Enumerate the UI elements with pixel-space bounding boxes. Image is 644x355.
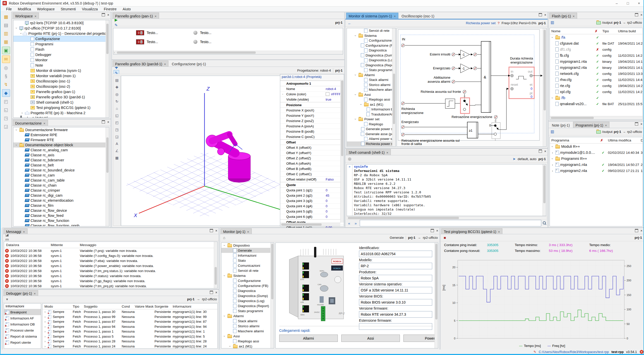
monitor-tree-item[interactable]: Maschere allarmi bbox=[221, 329, 274, 334]
message-row[interactable]: 10/03/2022 10:36:58 sysm-1 Variabile (?.… bbox=[4, 258, 217, 263]
menu-item[interactable]: File bbox=[3, 7, 15, 12]
field-value[interactable]: RP-2 bbox=[359, 263, 432, 269]
3d-tool-icon[interactable]: ◲ bbox=[114, 134, 120, 139]
3d-tool-icon[interactable]: ∠ bbox=[114, 148, 120, 154]
tab-close-icon[interactable]: × bbox=[164, 62, 166, 66]
tab-pannello-grafico[interactable]: Pannello grafico (pan-1)× bbox=[113, 13, 159, 19]
property-row[interactable]: Quota joint 6 (qj6) 0 bbox=[280, 214, 344, 219]
tab-close-icon[interactable]: × bbox=[154, 14, 157, 18]
left-toolbar-icon[interactable]: ◳ bbox=[2, 115, 10, 122]
column-header[interactable]: Programma bbox=[550, 138, 600, 142]
flash-file-row[interactable]: qmakeall-vs20... file BAT 25/11/2021 15:… bbox=[550, 101, 642, 107]
sysmon-tree-item[interactable]: Diagnostica bbox=[347, 48, 396, 53]
close-panel-icon[interactable]: × bbox=[215, 291, 217, 294]
expander-icon[interactable] bbox=[223, 314, 226, 318]
monitor-tree-item[interactable]: Storico allarmi bbox=[221, 323, 274, 329]
program-row[interactable]: Programmi R++ bbox=[550, 156, 642, 162]
workspace-tree-item[interactable]: Monitor bbox=[13, 57, 109, 63]
message-row[interactable]: 10/03/2022 10:36:58 sysm-1 Variabile (?.… bbox=[4, 283, 217, 288]
close-panel-icon[interactable]: × bbox=[640, 14, 642, 16]
sysmon-tree-item[interactable]: Informazioni b... bbox=[347, 107, 396, 112]
debugger-info-item[interactable]: Informazioni OB bbox=[4, 321, 41, 327]
minimize-button[interactable]: – bbox=[611, 0, 622, 6]
monitor-tree-item[interactable]: Stato bbox=[221, 258, 274, 263]
toolbar-icon[interactable]: ← bbox=[347, 20, 352, 26]
sysmon-tree-item[interactable]: Configurazione (FB) bbox=[347, 43, 396, 48]
scrollbar[interactable] bbox=[214, 242, 217, 288]
3d-tool-icon[interactable]: ✚ bbox=[114, 84, 120, 90]
expander-icon[interactable] bbox=[551, 163, 554, 167]
property-row[interactable]: Quota joint 3 (qj3) 0 bbox=[280, 198, 344, 203]
current-page-link[interactable]: Richiesta power set bbox=[466, 21, 496, 25]
flash-file-row[interactable]: /fa bbox=[550, 34, 642, 40]
debugger-info-item[interactable]: Breakpoint bbox=[4, 309, 41, 315]
close-panel-icon[interactable]: × bbox=[436, 229, 438, 232]
toolbar-icon[interactable]: ▥ bbox=[550, 20, 554, 25]
column-header[interactable]: Ultima modifica bbox=[608, 138, 641, 142]
breakpoint-row[interactable]: Sempre Fetch Processo 1, passo 1 Nessuna… bbox=[42, 329, 217, 334]
lamp-widget[interactable] bbox=[193, 31, 197, 35]
toolbar-icon[interactable]: ↻ bbox=[550, 25, 554, 26]
field-value[interactable]: AS1018.002-A062754 bbox=[359, 251, 432, 257]
toolbar-icon[interactable]: ▥ bbox=[550, 129, 554, 134]
property-row[interactable]: Offset X (offsetX) bbox=[280, 145, 344, 150]
scrollbar[interactable] bbox=[280, 223, 340, 226]
3d-tool-icon[interactable]: ◱ bbox=[114, 113, 120, 118]
toolbar-icon[interactable]: ■ bbox=[442, 235, 447, 240]
property-row[interactable]: Antropomorfo 1 bbox=[280, 81, 344, 86]
sysmon-tree-item[interactable]: Configurazione bbox=[347, 38, 396, 43]
quick-link-button[interactable]: Power set bbox=[403, 335, 438, 342]
3d-tool-icon[interactable]: ↻ bbox=[114, 99, 120, 104]
workspace-tree-item[interactable]: Shell comandi (shell-1) bbox=[13, 100, 109, 105]
breakpoint-row[interactable]: Sempre Fetch Processo 1, passo 28 Nessun… bbox=[42, 339, 217, 344]
column-header[interactable]: Informazioni bbox=[173, 305, 217, 308]
debugger-info-item[interactable]: Informazioni AF bbox=[4, 315, 41, 321]
expander-icon[interactable] bbox=[15, 128, 18, 132]
field-value[interactable]: OSF a 32bit versione 14.11.11 bbox=[359, 287, 432, 293]
left-toolbar-icon[interactable]: ↯ bbox=[2, 81, 10, 88]
column-header[interactable]: Data/ora bbox=[4, 243, 51, 247]
program-row[interactable]: Moduli R++ bbox=[550, 143, 642, 150]
doc-tree-item[interactable]: Documentazione object block bbox=[13, 142, 109, 147]
3d-tool-icon[interactable]: A bbox=[114, 141, 120, 146]
toolbar-icon[interactable]: ⌂ bbox=[222, 235, 227, 240]
tab-documentazione[interactable]: Documentazione× bbox=[13, 120, 48, 126]
workspace-tree-item[interactable]: Programmi bbox=[13, 41, 109, 47]
property-row[interactable]: Posizione bbox=[280, 102, 344, 108]
workspace-tree-item[interactable]: Pannello grafico (pan-1) bbox=[13, 89, 109, 94]
float-panel-icon[interactable] bbox=[431, 229, 434, 232]
float-panel-icon[interactable] bbox=[539, 150, 542, 153]
property-value[interactable]: true bbox=[326, 98, 331, 101]
field-value[interactable]: Robox SpA bbox=[359, 275, 432, 281]
flash-file-row[interactable]: myprogram1.r4a binary 19/04/2021 14:10:3… bbox=[550, 58, 642, 65]
left-toolbar-icon[interactable]: ▤ bbox=[2, 22, 10, 29]
column-header[interactable]: Cond bbox=[122, 305, 135, 308]
doc-tree-item[interactable]: Classe rc_digi_cam bbox=[13, 193, 109, 198]
tab-programmi[interactable]: Programmi (prj-1)× bbox=[573, 122, 609, 128]
doc-tree-item[interactable]: Classe rc_flow_feed bbox=[13, 213, 109, 218]
flash-file-row[interactable]: myprogram2.r4a binary 19/04/2021 14:10:3… bbox=[550, 65, 642, 71]
tab-note[interactable]: Note (prj-1) bbox=[549, 122, 572, 128]
doc-tree-item[interactable]: Classe rc_crimper bbox=[13, 188, 109, 193]
history-next-icon[interactable]: » bbox=[353, 221, 358, 226]
expander-icon[interactable] bbox=[551, 169, 554, 173]
tab-messaggi[interactable]: Messaggi× bbox=[4, 228, 28, 234]
workspace-tree-item[interactable]: Test ping/pong BCC/31 (pptest-1) bbox=[13, 105, 109, 110]
monitor-tree-item[interactable]: Diagnostica bbox=[221, 288, 274, 293]
sysmon-tree-item[interactable]: Richiesta power set bbox=[347, 141, 396, 146]
property-row[interactable]: Offset bbox=[280, 139, 344, 145]
message-row[interactable]: 10/03/2022 10:36:58 sysm-1 Variabile (?.… bbox=[4, 273, 217, 278]
expander-icon[interactable] bbox=[223, 274, 226, 278]
expander-icon[interactable] bbox=[43, 325, 47, 329]
doc-tree-item[interactable]: Classe rc_analog_cam bbox=[13, 147, 109, 153]
column-header-status[interactable] bbox=[600, 138, 608, 142]
scrollbar[interactable]: ‹ bbox=[113, 51, 343, 54]
tab-close-icon[interactable]: × bbox=[386, 151, 388, 155]
tab-pannello-grafico-3d[interactable]: Pannello grafico 3D (pan3d-1)× bbox=[113, 61, 168, 67]
left-toolbar-icon[interactable]: ◆ bbox=[2, 89, 10, 97]
sysmon-tree-item[interactable]: Servizi di rete bbox=[347, 28, 396, 33]
message-row[interactable]: 10/03/2022 10:36:58 sysm-1 Variabile (?.… bbox=[4, 253, 217, 258]
3d-tool-icon[interactable]: ▤ bbox=[114, 77, 120, 83]
float-panel-icon[interactable] bbox=[102, 120, 105, 124]
scrollbar[interactable] bbox=[340, 79, 344, 223]
